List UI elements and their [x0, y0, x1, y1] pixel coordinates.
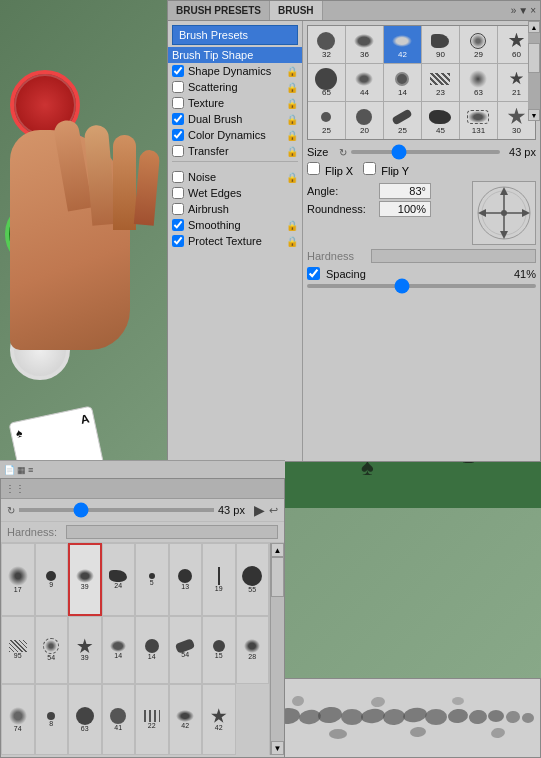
panel-close-icon[interactable]: × [530, 5, 536, 16]
bottom-brush-cell-airbrush[interactable]: 17 [1, 543, 35, 616]
brush-cell-90[interactable]: 90 [422, 26, 459, 63]
brush-cell-25a[interactable]: 25 [308, 102, 345, 139]
brush-cell-25b[interactable]: 25 [384, 102, 421, 139]
smoothing-lock-icon: 🔒 [286, 220, 298, 231]
brush-cell-36[interactable]: 36 [346, 26, 383, 63]
bottom-size-refresh-icon[interactable]: ↻ [7, 505, 15, 516]
bottom-scroll-thumb[interactable] [271, 557, 284, 597]
tab-brush-presets[interactable]: BRUSH PRESETS [168, 1, 270, 20]
airbrush-checkbox[interactable] [172, 203, 184, 215]
scroll-up-arrow[interactable]: ▲ [528, 21, 540, 33]
create-icon[interactable]: 📄 [4, 465, 15, 475]
protect-texture-checkbox[interactable] [172, 235, 184, 247]
flip-y-checkbox[interactable] [363, 162, 376, 175]
noise-lock-icon: 🔒 [286, 172, 298, 183]
bottom-brush-cell-63[interactable]: 63 [68, 684, 102, 755]
bottom-brush-cell-42a[interactable]: 42 [169, 684, 203, 755]
bottom-brush-cell-8[interactable]: 8 [35, 684, 69, 755]
sidebar-item-shape-dynamics[interactable]: Shape Dynamics 🔒 [168, 63, 302, 79]
shape-dynamics-checkbox[interactable] [172, 65, 184, 77]
bottom-brush-cell-28[interactable]: 28 [236, 616, 270, 685]
flip-x-checkbox[interactable] [307, 162, 320, 175]
bottom-brush-cell-95[interactable]: 95 [1, 616, 35, 685]
bottom-brush-cell-74[interactable]: 74 [1, 684, 35, 755]
protect-texture-lock-icon: 🔒 [286, 236, 298, 247]
svg-point-31 [329, 729, 347, 739]
brush-cell-44[interactable]: 44 [346, 64, 383, 101]
bottom-brush-cell-22[interactable]: 22 [135, 684, 169, 755]
bottom-scroll-down[interactable]: ▼ [271, 741, 284, 755]
brush-cell-29[interactable]: 29 [460, 26, 497, 63]
noise-checkbox[interactable] [172, 171, 184, 183]
brush-cell-45[interactable]: 45 [422, 102, 459, 139]
bottom-size-slider[interactable] [19, 508, 214, 512]
bottom-brush-cell-19[interactable]: 19 [202, 543, 236, 616]
bottom-brush-body: 17 9 39 24 5 13 [1, 543, 284, 755]
spacing-slider[interactable] [307, 284, 536, 288]
panel-expand-icon[interactable]: » [511, 5, 517, 16]
sidebar-item-wet-edges[interactable]: Wet Edges [168, 185, 302, 201]
scattering-lock-icon: 🔒 [286, 82, 298, 93]
scroll-down-arrow[interactable]: ▼ [528, 109, 540, 121]
panel-menu-icon[interactable]: ▼ [518, 5, 528, 16]
svg-point-8 [501, 210, 507, 216]
brush-cell-20[interactable]: 20 [346, 102, 383, 139]
brush-cell-63[interactable]: 63 [460, 64, 497, 101]
bottom-brush-cell-54a[interactable]: 54 [35, 616, 69, 685]
bottom-size-row: ↻ 43 px ▶ ↩ [1, 499, 284, 522]
scattering-checkbox[interactable] [172, 81, 184, 93]
bottom-brush-cell-13[interactable]: 13 [169, 543, 203, 616]
smoothing-checkbox[interactable] [172, 219, 184, 231]
bottom-brush-cell-41[interactable]: 41 [102, 684, 136, 755]
sidebar-item-texture[interactable]: Texture 🔒 [168, 95, 302, 111]
sidebar-item-scattering[interactable]: Scattering 🔒 [168, 79, 302, 95]
brush-presets-button[interactable]: Brush Presets [172, 25, 298, 45]
bottom-brush-cell-39-sel[interactable]: 39 [68, 543, 102, 616]
bottom-brush-cell-24[interactable]: 24 [102, 543, 136, 616]
sidebar-item-airbrush[interactable]: Airbrush [168, 201, 302, 217]
bottom-brush-cell-42b[interactable]: 42 [202, 684, 236, 755]
bottom-brush-cell-14[interactable]: 14 [102, 616, 136, 685]
angle-roundness-section: Angle: Roundness: [307, 181, 536, 245]
transfer-checkbox[interactable] [172, 145, 184, 157]
roundness-input[interactable] [379, 201, 431, 217]
sidebar-item-protect-texture[interactable]: Protect Texture 🔒 [168, 233, 302, 249]
angle-input[interactable] [379, 183, 431, 199]
svg-point-27 [522, 713, 534, 723]
brush-cell-65[interactable]: 65 [308, 64, 345, 101]
grid-icon[interactable]: ▦ [17, 465, 26, 475]
sidebar-item-dual-brush[interactable]: Dual Brush 🔒 [168, 111, 302, 127]
bottom-brush-cell-14b[interactable]: 14 [135, 616, 169, 685]
bottom-scroll-up[interactable]: ▲ [271, 543, 284, 557]
color-dynamics-checkbox[interactable] [172, 129, 184, 141]
bottom-brush-cell-5[interactable]: 5 [135, 543, 169, 616]
sidebar-item-smoothing[interactable]: Smoothing 🔒 [168, 217, 302, 233]
angle-row: Angle: [307, 183, 464, 199]
texture-checkbox[interactable] [172, 97, 184, 109]
sidebar-item-transfer[interactable]: Transfer 🔒 [168, 143, 302, 159]
brush-cell-32[interactable]: 32 [308, 26, 345, 63]
bottom-brush-cell-9[interactable]: 9 [35, 543, 69, 616]
size-refresh-icon[interactable]: ↻ [339, 147, 347, 158]
bottom-brush-cell-54b[interactable]: 54 [169, 616, 203, 685]
dual-brush-checkbox[interactable] [172, 113, 184, 125]
tab-brush[interactable]: BRUSH [270, 1, 323, 20]
sidebar-item-brush-tip-shape[interactable]: Brush Tip Shape [168, 47, 302, 63]
wet-edges-checkbox[interactable] [172, 187, 184, 199]
list-icon[interactable]: ≡ [28, 465, 33, 475]
bottom-brush-cell-55[interactable]: 55 [236, 543, 270, 616]
bottom-size-input-icon[interactable]: ↩ [269, 504, 278, 517]
sidebar-item-color-dynamics[interactable]: Color Dynamics 🔒 [168, 127, 302, 143]
compass-control[interactable] [472, 181, 536, 245]
size-slider[interactable] [351, 150, 500, 154]
bottom-size-arrow[interactable]: ▶ [254, 502, 265, 518]
brush-cell-42[interactable]: 42 [384, 26, 421, 63]
brush-cell-131[interactable]: 131 [460, 102, 497, 139]
brush-cell-23[interactable]: 23 [422, 64, 459, 101]
bottom-hardness-label: Hardness: [7, 526, 62, 538]
scroll-thumb[interactable] [528, 43, 540, 73]
bottom-brush-cell-39b[interactable]: 39 [68, 616, 102, 685]
bottom-brush-cell-15[interactable]: 15 [202, 616, 236, 685]
brush-cell-14[interactable]: 14 [384, 64, 421, 101]
sidebar-item-noise[interactable]: Noise 🔒 [168, 169, 302, 185]
